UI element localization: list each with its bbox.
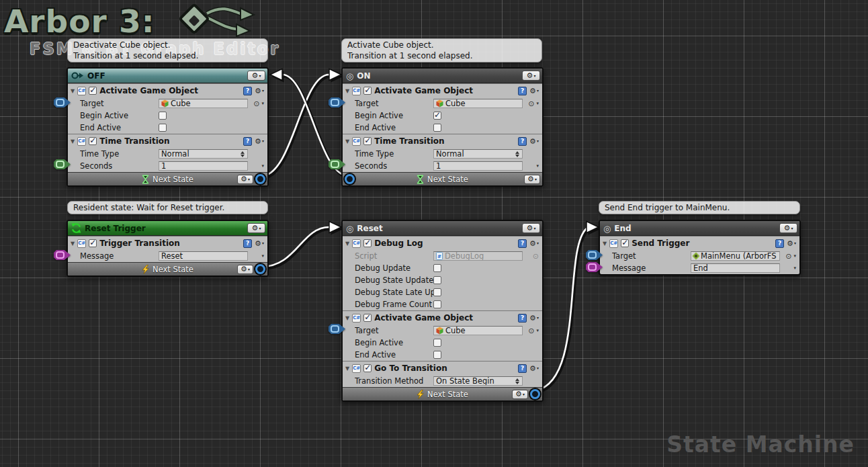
data-slot-magenta-icon[interactable] <box>54 250 71 260</box>
object-field[interactable]: Cube <box>433 326 523 335</box>
transition-settings-button[interactable]: ⚙▾ <box>512 390 528 399</box>
data-slot-blue-icon[interactable] <box>54 97 71 108</box>
data-slot-magenta-icon[interactable] <box>586 262 603 272</box>
property-checkbox[interactable] <box>159 124 167 132</box>
behaviour-enabled-checkbox[interactable]: ✓ <box>621 239 629 247</box>
text-field[interactable]: 1 <box>159 161 248 171</box>
behaviour-enabled-checkbox[interactable]: ✓ <box>89 239 97 247</box>
state-settings-button[interactable]: ⚙▾ <box>522 223 540 233</box>
data-slot-blue-icon[interactable] <box>586 250 603 260</box>
state-settings-button[interactable]: ⚙▾ <box>247 223 265 233</box>
property-checkbox[interactable] <box>433 276 441 284</box>
help-icon[interactable]: ? <box>243 239 252 248</box>
behaviour-enabled-checkbox[interactable]: ✓ <box>89 137 97 145</box>
state-settings-button[interactable]: ⚙▾ <box>247 71 265 81</box>
property-checkbox[interactable]: ✓ <box>433 112 441 120</box>
foldout-icon[interactable]: ▼ <box>71 241 75 247</box>
state-settings-button[interactable]: ⚙▾ <box>779 223 797 233</box>
object-field[interactable]: Cube <box>159 99 248 108</box>
help-icon[interactable]: ? <box>518 137 527 146</box>
data-slot-blue-icon[interactable] <box>329 324 345 334</box>
data-slot-blue-icon[interactable] <box>329 97 345 108</box>
help-icon[interactable]: ? <box>518 364 527 373</box>
object-field[interactable]: MainMenu (ArborFS <box>691 251 780 261</box>
popup-field[interactable]: On State Begin <box>433 376 523 386</box>
behaviour-enabled-checkbox[interactable]: ✓ <box>363 314 372 322</box>
behaviour-settings-button[interactable]: ⚙▾ <box>529 365 539 372</box>
object-picker-icon[interactable]: ⊙ <box>528 100 534 108</box>
property-checkbox[interactable] <box>433 124 441 132</box>
help-icon[interactable]: ? <box>243 87 252 95</box>
data-slot-green-icon[interactable] <box>54 159 71 169</box>
foldout-icon[interactable]: ▼ <box>71 88 75 94</box>
behaviour-enabled-checkbox[interactable]: ✓ <box>89 87 97 95</box>
next-state-port[interactable] <box>255 264 265 274</box>
popup-field[interactable]: Normal <box>433 149 523 159</box>
text-field[interactable]: 1 <box>433 161 523 171</box>
property-checkbox[interactable] <box>433 351 441 359</box>
behaviour-enabled-checkbox[interactable]: ✓ <box>363 239 372 247</box>
dropdown-icon[interactable]: ▾ <box>536 329 539 333</box>
help-icon[interactable]: ? <box>243 137 252 146</box>
behaviour-settings-button[interactable]: ⚙▾ <box>529 138 539 145</box>
dropdown-icon[interactable]: ▾ <box>261 164 264 169</box>
data-slot-green-icon[interactable] <box>329 159 345 169</box>
behaviour-settings-button[interactable]: ⚙▾ <box>255 240 264 247</box>
hourglass-icon <box>142 175 149 184</box>
property-checkbox[interactable] <box>433 339 441 347</box>
transition-settings-button[interactable]: ⚙▾ <box>237 175 253 184</box>
next-state-port[interactable] <box>345 174 355 184</box>
help-icon[interactable]: ? <box>518 314 527 323</box>
next-state-port[interactable] <box>530 389 540 399</box>
property-row: Time TypeNormal <box>343 148 542 160</box>
state-header-reset[interactable]: ◎Reset⚙▾ <box>343 221 542 236</box>
foldout-icon[interactable]: ▼ <box>345 366 349 372</box>
dropdown-icon[interactable]: ▾ <box>261 101 264 106</box>
behaviour-enabled-checkbox[interactable]: ✓ <box>363 137 372 145</box>
object-field[interactable]: Cube <box>433 99 523 108</box>
behaviour-enabled-checkbox[interactable]: ✓ <box>363 364 372 372</box>
foldout-icon[interactable]: ▼ <box>345 138 349 144</box>
state-header-reset-trigger[interactable]: Reset Trigger⚙▾ <box>68 221 267 236</box>
property-checkbox[interactable] <box>159 112 167 120</box>
object-picker-icon[interactable]: ⊙ <box>785 253 791 260</box>
dropdown-icon[interactable]: ▾ <box>793 266 796 271</box>
property-checkbox[interactable] <box>433 264 441 272</box>
behaviour-settings-button[interactable]: ⚙▾ <box>529 240 539 247</box>
behaviour-title-row: ▼C#✓Debug Log?⚙▾ <box>343 237 542 250</box>
help-icon[interactable]: ? <box>518 87 527 95</box>
behaviour-settings-button[interactable]: ⚙▾ <box>255 138 264 145</box>
foldout-icon[interactable]: ▼ <box>345 88 349 94</box>
behaviour-settings-button[interactable]: ⚙▾ <box>529 314 539 322</box>
object-picker-icon[interactable]: ⊙ <box>253 100 259 108</box>
dropdown-icon[interactable]: ▾ <box>261 254 264 259</box>
next-state-port[interactable] <box>255 174 265 184</box>
text-field[interactable]: End <box>691 263 780 273</box>
behaviour-settings-button[interactable]: ⚙▾ <box>787 240 796 247</box>
object-picker-icon[interactable]: ⊙ <box>528 327 534 335</box>
property-label: Seconds <box>355 161 433 171</box>
transition-settings-button[interactable]: ⚙▾ <box>524 175 540 184</box>
state-header-end[interactable]: ◎End⚙▾ <box>600 221 799 236</box>
state-header-on[interactable]: ◎ON⚙▾ <box>343 69 542 83</box>
foldout-icon[interactable]: ▼ <box>345 315 349 321</box>
text-field[interactable]: Reset <box>159 251 248 261</box>
foldout-icon[interactable]: ▼ <box>71 138 75 144</box>
behaviour-settings-button[interactable]: ⚙▾ <box>255 87 264 95</box>
property-checkbox[interactable] <box>433 300 441 308</box>
help-icon[interactable]: ? <box>775 239 784 248</box>
popup-field[interactable]: Normal <box>159 149 248 159</box>
foldout-icon[interactable]: ▼ <box>345 241 349 247</box>
dropdown-icon[interactable]: ▾ <box>536 101 539 106</box>
property-checkbox[interactable] <box>433 288 441 296</box>
graph-canvas[interactable]: Arbor 3: FSM & BT Graph Editor State Mac… <box>0 0 868 467</box>
dropdown-icon[interactable]: ▾ <box>793 254 796 259</box>
dropdown-icon[interactable]: ▾ <box>536 164 539 169</box>
behaviour-settings-button[interactable]: ⚙▾ <box>529 87 539 95</box>
foldout-icon[interactable]: ▼ <box>603 241 607 247</box>
help-icon[interactable]: ? <box>518 239 527 248</box>
state-header-off[interactable]: OFF⚙▾ <box>68 69 267 83</box>
behaviour-enabled-checkbox[interactable]: ✓ <box>363 87 372 95</box>
transition-settings-button[interactable]: ⚙▾ <box>237 265 253 274</box>
state-settings-button[interactable]: ⚙▾ <box>522 71 540 81</box>
